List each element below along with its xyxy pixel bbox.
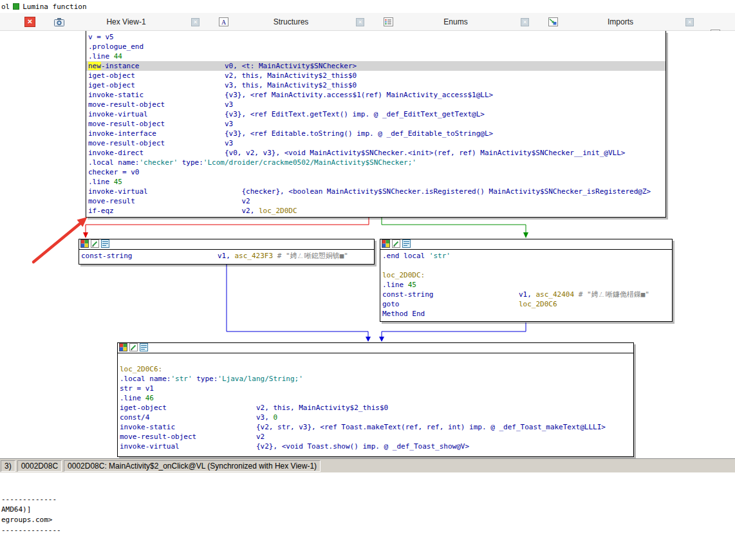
tab-label: Enums <box>378 17 533 26</box>
tab-close-icon[interactable]: ✕ <box>685 18 694 26</box>
disasm-line[interactable]: const-string v1, asc_423F3 # "娉ㄥ唽鎴愬姛锛■" <box>79 251 374 261</box>
node-xrefs-icon[interactable] <box>402 239 411 250</box>
basic-block-toast[interactable]: loc_2D0C6:.local name:'str' type:'Ljava/… <box>117 342 634 457</box>
disasm-line[interactable]: invoke-virtual {checker}, <boolean MainA… <box>86 187 665 196</box>
disasm-line[interactable]: iget-object v3, this, MainActivity$2_thi… <box>86 80 665 90</box>
disasm-line[interactable]: invoke-direct {v0, v2, v3}, <void MainAc… <box>86 148 665 158</box>
disasm-line[interactable]: loc_2D0DC: <box>380 270 672 280</box>
status-segment-address: 0002D08C <box>17 460 62 472</box>
output-line: -------------- <box>1 525 735 536</box>
block-header <box>380 239 672 250</box>
disasm-line[interactable]: move-result v2 <box>86 196 665 206</box>
close-view-button[interactable]: ✕ <box>24 17 35 27</box>
disasm-line[interactable] <box>118 355 633 364</box>
basic-block-success[interactable]: const-string v1, asc_423F3 # "娉ㄥ唽鎴愬姛锛■" <box>79 239 375 265</box>
disasm-line[interactable]: .local name:'checker' type:'Lcom/droider… <box>86 158 665 167</box>
tab-label: Imports <box>543 17 698 26</box>
toolbar-clipped-text: ol <box>1 3 10 11</box>
node-edit-icon[interactable] <box>91 239 99 250</box>
disasm-line[interactable]: invoke-virtual {v2}, <void Toast.show() … <box>118 442 633 451</box>
basic-block-fail[interactable]: .end local 'str' loc_2D0DC:.line 45const… <box>380 239 673 322</box>
node-edit-icon[interactable] <box>392 239 400 250</box>
close-icon: ✕ <box>27 18 32 25</box>
tab-structures[interactable]: A Structures ✕ <box>214 13 368 31</box>
status-segment-count: 3) <box>1 460 15 472</box>
node-color-icon[interactable] <box>119 343 127 353</box>
basic-block-entry[interactable]: v = v5.prologue_end.line 44new-instance … <box>86 31 666 218</box>
node-edit-icon[interactable] <box>129 343 138 353</box>
disasm-line[interactable]: const/4 v3, 0 <box>118 413 633 422</box>
disasm-line[interactable]: str = v1 <box>118 384 633 393</box>
disasm-line[interactable]: iget-object v2, this, MainActivity$2_thi… <box>86 71 665 80</box>
disasm-line[interactable]: .end local 'str' <box>380 251 672 261</box>
tab-hex-view[interactable]: Hex View-1 ✕ <box>49 13 203 31</box>
tab-close-icon[interactable]: ✕ <box>356 18 364 26</box>
disasm-line[interactable]: if-eqz v2, loc_2D0DC <box>86 206 665 216</box>
disasm-line[interactable]: .line 45 <box>86 177 665 187</box>
lumina-icon <box>13 3 19 10</box>
node-xrefs-icon[interactable] <box>101 239 109 250</box>
disasm-line[interactable]: invoke-static {v3}, <ref MainActivity.ac… <box>86 90 665 100</box>
tab-bar: ✕ Hex View-1 ✕ A Structures ✕ Enums ✕ <box>0 13 735 31</box>
disasm-line[interactable]: invoke-interface {v3}, <ref Editable.toS… <box>86 129 665 138</box>
output-line: ------------- <box>1 494 735 505</box>
disasm-line[interactable]: move-result-object v2 <box>118 432 633 442</box>
disasm-line[interactable]: const-string v1, asc_42404 # "娉ㄥ唽鐮佹棤鏁■" <box>380 290 672 299</box>
block-header <box>118 343 633 353</box>
disasm-line[interactable]: invoke-static {v2, str, v3}, <ref Toast.… <box>118 422 633 432</box>
disasm-line[interactable]: Method End <box>380 309 672 319</box>
disasm-line[interactable]: move-result-object v3 <box>86 100 665 109</box>
disasm-line[interactable]: new-instance v0, <t: MainActivity$SNChec… <box>86 61 665 71</box>
output-line: egroups.com> <box>1 515 735 525</box>
disasm-line[interactable]: .line 44 <box>86 51 665 61</box>
node-color-icon[interactable] <box>80 239 89 250</box>
ida-window: ol Lumina function ✕ Hex View-1 ✕ A Stru… <box>0 0 735 560</box>
disasm-line[interactable]: invoke-virtual {v3}, <ref EditText.getTe… <box>86 109 665 119</box>
tab-close-icon[interactable]: ✕ <box>521 18 529 26</box>
top-toolbar: ol Lumina function <box>0 0 735 13</box>
tab-close-icon[interactable]: ✕ <box>191 18 200 26</box>
block-header <box>79 239 374 250</box>
disasm-line[interactable]: v = v5 <box>86 32 665 42</box>
status-segment-function: 0002D08C: MainActivity$2_onClick@VL (Syn… <box>64 460 321 472</box>
disasm-line[interactable]: .local name:'str' type:'Ljava/lang/Strin… <box>118 374 633 384</box>
disasm-line[interactable]: checker = v0 <box>86 167 665 177</box>
disasm-line[interactable]: move-result-object v3 <box>86 119 665 129</box>
disasm-line[interactable]: goto loc_2D0C6 <box>380 299 672 309</box>
disasm-line[interactable]: move-result-object v3 <box>86 138 665 148</box>
disasm-line[interactable] <box>380 261 672 270</box>
output-line: AMD64)] <box>1 505 735 515</box>
disasm-line[interactable]: .prologue_end <box>86 42 665 51</box>
tab-enums[interactable]: Enums ✕ <box>378 13 533 31</box>
node-color-icon[interactable] <box>382 239 390 250</box>
tab-label: Hex View-1 <box>49 17 203 26</box>
tab-imports[interactable]: Imports ✕ <box>543 13 698 31</box>
tab-label: Structures <box>214 17 368 26</box>
disasm-line[interactable]: .line 45 <box>380 280 672 290</box>
lumina-function-label[interactable]: Lumina function <box>23 3 86 11</box>
output-window[interactable]: ------------- AMD64)] egroups.com> -----… <box>0 472 735 560</box>
disasm-line[interactable]: .line 46 <box>118 393 633 403</box>
disasm-line[interactable]: iget-object v2, this, MainActivity$2_thi… <box>118 403 633 413</box>
node-xrefs-icon[interactable] <box>140 343 148 353</box>
status-bar: 3) 0002D08C 0002D08C: MainActivity$2_onC… <box>0 458 735 472</box>
disasm-line[interactable]: loc_2D0C6: <box>118 364 633 374</box>
